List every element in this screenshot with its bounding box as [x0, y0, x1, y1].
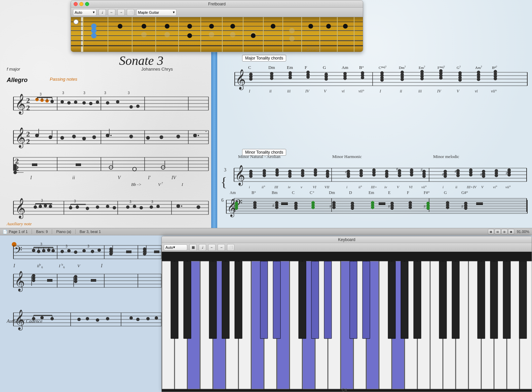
svg-point-545	[409, 201, 412, 204]
svg-point-42	[308, 24, 313, 29]
svg-text:F: F	[305, 65, 307, 70]
svg-point-113	[193, 134, 197, 138]
svg-text:𝄞: 𝄞	[15, 127, 26, 149]
display-btn[interactable]: ⬜	[127, 9, 134, 16]
svg-text:{: {	[221, 174, 227, 190]
view-btn-2[interactable]: ▤	[495, 229, 501, 234]
svg-rect-596	[324, 261, 332, 339]
svg-point-175	[106, 205, 109, 208]
svg-point-106	[106, 134, 110, 138]
svg-text:Fmaj7: Fmaj7	[438, 66, 445, 70]
svg-point-428	[372, 168, 376, 172]
svg-text:V: V	[158, 182, 161, 187]
piano-keyboard: // This won't execute in SVG context, us…	[162, 252, 532, 392]
svg-text:𝄢: 𝄢	[14, 245, 22, 258]
svg-point-110	[146, 136, 150, 140]
svg-text:C⁺: C⁺	[310, 190, 314, 195]
zoom-button[interactable]	[85, 2, 89, 6]
view-buttons: ▦ ▤ ▥ ▣	[488, 229, 514, 234]
svg-point-289	[155, 316, 158, 320]
auto-select[interactable]: Auto ▾	[73, 9, 97, 16]
svg-point-111	[160, 135, 163, 139]
page-indicator: 📄 Page 1 of 1	[3, 230, 28, 234]
svg-text:3: 3	[41, 199, 43, 202]
svg-point-29	[74, 19, 78, 24]
svg-rect-597	[350, 261, 357, 339]
svg-text:I: I	[13, 263, 15, 268]
view-btn-3[interactable]: ▥	[501, 229, 507, 234]
svg-point-283	[86, 317, 89, 320]
svg-point-27	[289, 28, 295, 33]
svg-text:C: C	[292, 190, 295, 195]
minimize-button[interactable]	[79, 2, 83, 6]
svg-point-34	[142, 24, 146, 29]
svg-point-188	[197, 205, 200, 209]
svg-text:vii°: vii°	[358, 89, 364, 93]
svg-text:Minor Natural - Aeolian: Minor Natural - Aeolian	[238, 154, 280, 159]
sheet-title: Sonate 3	[71, 53, 212, 68]
svg-point-434	[398, 169, 401, 172]
svg-text:B°: B°	[359, 65, 364, 70]
svg-text:#: #	[330, 205, 332, 208]
keyboard-auto-select[interactable]: Auto ▾	[164, 244, 187, 250]
svg-point-185	[156, 205, 160, 208]
svg-text:I: I	[249, 89, 251, 93]
svg-text:G: G	[323, 65, 326, 70]
svg-point-311	[270, 72, 273, 75]
svg-text:Dm7: Dm7	[399, 66, 406, 70]
svg-text:I: I	[181, 182, 183, 187]
close-button[interactable]	[74, 2, 78, 6]
svg-point-326	[361, 71, 364, 75]
svg-point-456	[456, 169, 460, 172]
svg-point-66	[74, 101, 77, 104]
svg-text:vi: vi	[342, 89, 345, 93]
svg-point-528	[311, 201, 315, 204]
view-btn-1[interactable]: ▦	[488, 229, 494, 234]
kb-notes-btn[interactable]: ♩	[199, 244, 206, 251]
svg-text:vi: vi	[475, 89, 478, 93]
kb-right-btn[interactable]: →	[218, 244, 225, 251]
svg-rect-591	[235, 261, 242, 339]
svg-text:Em7: Em7	[419, 66, 425, 70]
zoom-level: 91.00%	[517, 230, 529, 234]
kb-grid-btn[interactable]: ▦	[189, 244, 197, 251]
svg-point-37	[187, 33, 192, 38]
view-btn-4[interactable]: ▣	[508, 229, 514, 234]
divider1	[32, 229, 32, 234]
instrument-select[interactable]: Maple Guitar ▾	[136, 9, 177, 16]
svg-text:C4: C4	[342, 388, 347, 392]
arrow-left-btn[interactable]: ←	[108, 9, 115, 16]
svg-text:3: 3	[104, 91, 106, 95]
svg-rect-263	[91, 279, 96, 282]
svg-text:ii: ii	[72, 175, 75, 180]
svg-point-285	[106, 317, 109, 320]
svg-point-28	[289, 36, 295, 41]
kb-left-btn[interactable]: ←	[208, 244, 216, 251]
svg-text:C: C	[248, 65, 251, 70]
svg-point-174	[96, 205, 99, 209]
svg-point-64	[61, 100, 64, 104]
svg-text:I': I'	[148, 175, 151, 180]
svg-text:vi°: vi°	[493, 185, 497, 189]
svg-text:ii: ii	[455, 185, 457, 189]
svg-point-107	[110, 135, 112, 136]
svg-text:F#°: F#°	[424, 190, 430, 195]
svg-rect-603	[452, 261, 459, 339]
svg-text:vii°: vii°	[421, 185, 427, 189]
svg-point-542	[390, 202, 394, 205]
kb-display-btn[interactable]: ⬜	[227, 244, 234, 251]
arrow-right-btn[interactable]: →	[117, 9, 125, 16]
fretboard-title-label: Fretboard	[208, 2, 226, 6]
svg-text:iv: iv	[288, 185, 291, 189]
svg-point-288	[146, 317, 150, 320]
svg-point-282	[77, 318, 81, 321]
notes-icon[interactable]: ♩	[99, 9, 106, 16]
svg-point-393	[249, 170, 253, 173]
svg-point-112	[177, 135, 180, 139]
svg-text:#: #	[396, 167, 398, 171]
svg-rect-594	[299, 261, 306, 339]
svg-point-41	[271, 24, 275, 29]
svg-text:V: V	[324, 89, 327, 93]
svg-text:Bø7: Bø7	[492, 66, 497, 70]
svg-point-187	[181, 205, 182, 207]
